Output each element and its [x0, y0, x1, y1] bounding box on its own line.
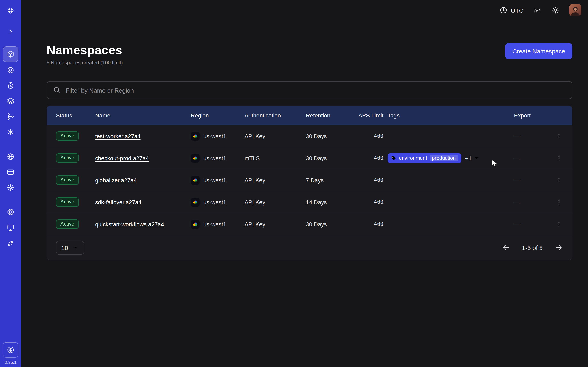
filter-input[interactable] [65, 86, 566, 94]
gcp-cloud-icon [191, 220, 200, 229]
auth-label: API Key [245, 133, 306, 139]
sidebar-item-billing[interactable] [3, 165, 18, 179]
sun-icon [551, 6, 559, 14]
chevron-down-icon [473, 155, 480, 161]
sidebar-item-branch[interactable] [3, 109, 18, 124]
retention-label: 30 Days [306, 221, 355, 227]
page-subtitle: 5 Namespaces created (100 limit) [47, 60, 123, 66]
monitor-icon [7, 224, 15, 232]
arrow-left-icon [502, 243, 510, 252]
lifebuoy-icon [7, 208, 15, 216]
app-version: 2.35.1 [5, 360, 17, 365]
col-status: Status [56, 112, 95, 119]
page-size-select[interactable]: 10 [56, 240, 84, 255]
timezone-label: UTC [511, 7, 523, 14]
table-row: Active sdk-failover.a27a4 us-west1 API K… [47, 191, 572, 213]
globe-icon [7, 152, 15, 161]
table-header: Status Name Region Authentication Retent… [47, 106, 572, 125]
tag-key: environment [399, 155, 427, 161]
chevron-right-icon [7, 29, 14, 35]
namespace-link[interactable]: test-worker.a27a4 [95, 133, 141, 139]
col-authentication: Authentication [245, 112, 306, 119]
temporal-logo-icon [7, 7, 15, 15]
auth-label: mTLS [245, 155, 306, 161]
kebab-icon [556, 133, 562, 139]
sidebar-item-target[interactable] [3, 63, 18, 77]
export-value: — [514, 221, 548, 227]
page-range-label: 1-5 of 5 [522, 244, 543, 251]
sidebar-bottom: 2.35.1 [3, 342, 18, 367]
gcp-cloud-icon [191, 198, 200, 207]
sidebar-item-asterisk[interactable] [3, 125, 18, 140]
tags-more-count: +1 [465, 155, 472, 161]
status-badge: Active [56, 219, 79, 229]
row-menu-button[interactable] [553, 151, 566, 165]
aps-limit-value: 400 [355, 155, 388, 161]
sidebar-item-settings[interactable] [3, 180, 18, 195]
col-aps-limit: APS Limit [355, 112, 388, 119]
namespace-link[interactable]: sdk-failover.a27a4 [95, 199, 141, 205]
table-row: Active globalizer.a27a4 us-west1 API Key… [47, 169, 572, 191]
namespace-link[interactable]: checkout-prod.a27a4 [95, 155, 149, 161]
usage-button[interactable] [3, 342, 18, 358]
page-title: Namespaces [47, 43, 123, 57]
sidebar: 2.35.1 [0, 0, 21, 367]
aps-limit-value: 400 [355, 133, 388, 139]
create-namespace-button[interactable]: Create Namespace [505, 43, 572, 59]
retention-label: 30 Days [306, 133, 355, 139]
timer-icon [7, 82, 15, 90]
table-row: Active test-worker.a27a4 us-west1 API Ke… [47, 125, 572, 147]
namespace-link[interactable]: globalizer.a27a4 [95, 177, 137, 183]
page-header: Namespaces 5 Namespaces created (100 lim… [47, 43, 572, 66]
auth-label: API Key [245, 199, 306, 205]
temporal-logo[interactable] [3, 3, 18, 18]
gcp-cloud-icon [191, 132, 200, 141]
timezone-selector[interactable]: UTC [499, 6, 523, 14]
sidebar-item-docs[interactable] [3, 220, 18, 235]
export-value: — [514, 199, 548, 205]
aps-limit-value: 400 [355, 221, 388, 227]
row-menu-button[interactable] [553, 129, 566, 142]
sidebar-item-layers[interactable] [3, 94, 18, 108]
row-menu-button[interactable] [553, 174, 566, 187]
labs-toggle[interactable] [533, 6, 541, 14]
col-region: Region [191, 112, 245, 119]
prev-page-button[interactable] [499, 241, 513, 254]
rocket-icon [7, 239, 15, 247]
page-size-value: 10 [61, 244, 68, 251]
col-tags: Tags [388, 112, 514, 119]
next-page-button[interactable] [552, 241, 566, 254]
theme-toggle[interactable] [551, 6, 559, 14]
glasses-icon [533, 6, 541, 14]
namespace-link[interactable]: quickstart-workflows.a27a4 [95, 221, 164, 227]
export-value: — [514, 177, 548, 183]
sidebar-expand-button[interactable] [3, 25, 18, 39]
table-row: Active quickstart-workflows.a27a4 us-wes… [47, 213, 572, 235]
retention-label: 7 Days [306, 177, 355, 183]
user-avatar[interactable] [569, 4, 581, 16]
tag-chip[interactable]: environment production [388, 153, 461, 163]
export-value: — [514, 155, 548, 161]
app-window: 2.35.1 UTC Namespaces 5 Namespaces creat… [0, 0, 588, 367]
region-label: us-west1 [203, 155, 226, 161]
sidebar-item-namespaces[interactable] [3, 47, 18, 62]
row-menu-button[interactable] [553, 196, 566, 209]
sidebar-item-getting-started[interactable] [3, 236, 18, 250]
status-badge: Active [56, 153, 79, 163]
tags-expand-button[interactable]: +1 [465, 155, 480, 161]
asterisk-icon [7, 128, 15, 136]
sidebar-item-globe[interactable] [3, 149, 18, 164]
sidebar-item-timer[interactable] [3, 78, 18, 93]
branch-icon [7, 113, 15, 121]
sidebar-item-support[interactable] [3, 205, 18, 219]
row-menu-button[interactable] [553, 217, 566, 231]
target-icon [7, 66, 15, 74]
main-content: Namespaces 5 Namespaces created (100 lim… [21, 20, 588, 367]
retention-label: 30 Days [306, 155, 355, 161]
kebab-icon [556, 177, 562, 183]
gcp-cloud-icon [191, 175, 200, 184]
kebab-icon [556, 155, 562, 161]
auth-label: API Key [245, 177, 306, 183]
col-retention: Retention [306, 112, 355, 119]
region-label: us-west1 [203, 199, 226, 205]
